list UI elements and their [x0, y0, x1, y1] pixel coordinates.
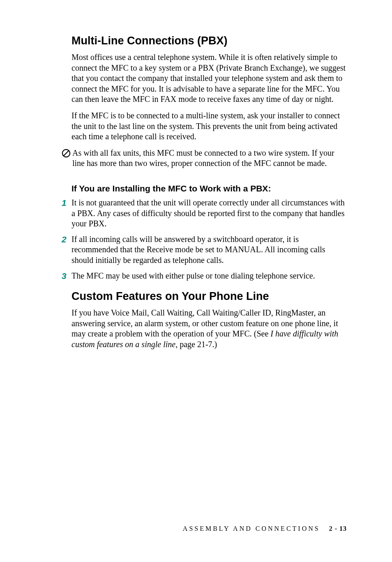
step-item: The MFC may be used with either pulse or…	[71, 271, 347, 281]
paragraph: Most offices use a central telephone sys…	[71, 52, 347, 105]
footer-section-title: ASSEMBLY AND CONNECTIONS	[183, 525, 320, 532]
heading-custom-features: Custom Features on Your Phone Line	[71, 290, 347, 303]
heading-multi-line-connections: Multi-Line Connections (PBX)	[71, 35, 347, 47]
prohibition-note: As with all fax units, this MFC must be …	[62, 148, 347, 169]
numbered-steps: It is not guaranteed that the unit will …	[62, 198, 347, 281]
step-item: If all incoming calls will be answered b…	[71, 234, 347, 266]
svg-line-1	[64, 150, 69, 156]
document-page: Multi-Line Connections (PBX) Most office…	[0, 0, 392, 350]
paragraph: If the MFC is to be connected to a multi…	[71, 111, 347, 142]
subheading-installing-pbx: If You are Installing the MFC to Work wi…	[71, 184, 347, 193]
step-item: It is not guaranteed that the unit will …	[71, 198, 347, 229]
page-number: 2 - 13	[329, 525, 347, 532]
paragraph: If you have Voice Mail, Call Waiting, Ca…	[71, 308, 347, 350]
prohibition-icon	[62, 149, 71, 159]
text-run: , page 21-7.)	[175, 340, 217, 349]
note-text: As with all fax units, this MFC must be …	[72, 148, 347, 169]
page-footer: ASSEMBLY AND CONNECTIONS 2 - 13	[183, 525, 347, 532]
